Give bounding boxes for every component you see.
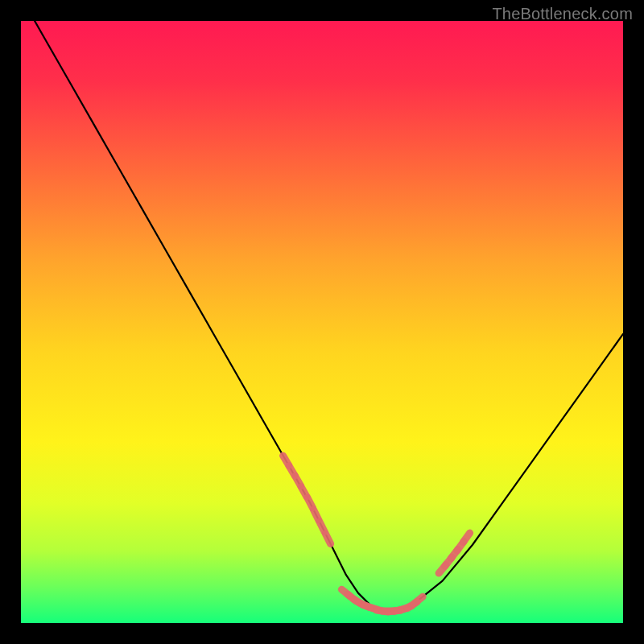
highlight-marker <box>325 534 330 544</box>
highlight-marker <box>313 510 318 520</box>
watermark: TheBottleneck.com <box>492 5 633 23</box>
chart <box>21 21 623 623</box>
highlight-marker <box>308 497 313 507</box>
chart-svg <box>21 21 623 623</box>
highlight-marker <box>320 522 324 532</box>
